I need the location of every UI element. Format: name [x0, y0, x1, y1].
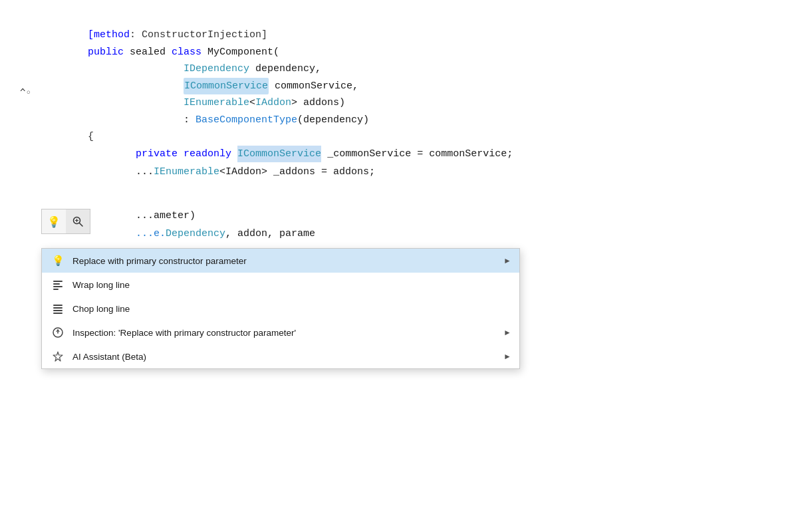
svg-rect-5	[53, 283, 60, 285]
type-iaddon: IAddon	[255, 94, 291, 112]
lightbulb-icon: 💡	[50, 253, 66, 269]
svg-rect-4	[53, 281, 63, 282]
type-icommonservice-highlighted: ICommonService	[184, 78, 269, 95]
svg-rect-8	[53, 305, 63, 306]
code-line-5: IEnumerable<IAddon> addons)	[40, 94, 798, 112]
caret-indicator: ^◦	[20, 85, 31, 101]
code-line-2: public sealed class MyComponent(	[40, 44, 798, 61]
code-line-8: private readonly ICommonService _commonS…	[40, 146, 798, 163]
kw-method: method	[94, 27, 130, 44]
menu-item-replace[interactable]: 💡 Replace with primary constructor param…	[42, 249, 519, 273]
type-ienumerable: IEnumerable	[184, 94, 249, 112]
dots2: ...	[136, 207, 154, 225]
svg-rect-11	[53, 313, 63, 314]
meter: ameter)	[154, 207, 196, 225]
menu-item-inspection[interactable]: Inspection: 'Replace with primary constr…	[42, 321, 519, 344]
param-dependency: dependency,	[249, 61, 321, 78]
lightbulb-toolbar: 💡	[41, 209, 90, 234]
quick-fix-dropdown: 💡 Replace with primary constructor param…	[41, 248, 520, 369]
param-commonservice: commonService,	[269, 78, 358, 95]
kw-class: class	[172, 44, 201, 61]
search-context-button[interactable]	[66, 209, 90, 233]
menu-item-ai[interactable]: AI Assistant (Beta) ►	[42, 344, 519, 368]
dep-type: Dependency	[166, 225, 225, 243]
code-line-9: ...IEnumerable<IAddon> _addons = addons;	[40, 164, 798, 181]
kw-public: public	[88, 44, 124, 61]
chop-icon	[50, 301, 66, 317]
arrow-icon-4: ►	[503, 328, 511, 337]
bracket-open: [	[88, 27, 94, 44]
addons-close: > addons)	[291, 94, 345, 112]
code-line-3: IDependency dependency,	[40, 61, 798, 78]
kw-readonly: readonly	[184, 146, 231, 163]
code-line-11: ...e.Dependency, addon, parame	[40, 225, 798, 243]
menu-item-wrap-label: Wrap long line	[72, 280, 130, 290]
svg-line-1	[80, 223, 83, 227]
dots1: ...	[136, 164, 154, 181]
svg-rect-10	[53, 310, 63, 311]
arrow-icon-5: ►	[503, 352, 511, 361]
class-name: MyComponent(	[201, 44, 279, 61]
menu-item-ai-label: AI Assistant (Beta)	[72, 352, 146, 362]
svg-rect-6	[53, 286, 63, 287]
code-line-4: ICommonService commonService,	[40, 78, 798, 95]
wrap-icon	[50, 277, 66, 293]
menu-item-chop-label: Chop long line	[72, 304, 130, 314]
type-icommonservice-selected: ICommonService	[237, 146, 321, 163]
ai-icon	[50, 348, 66, 364]
arrow-icon-1: ►	[503, 256, 511, 265]
colon-ci: : ConstructorInjection]	[130, 27, 267, 44]
svg-rect-7	[53, 289, 59, 290]
comma1: , addon, parame	[225, 225, 315, 243]
kw-sealed: sealed	[130, 44, 166, 61]
code-line-6: : BaseComponentType(dependency)	[40, 112, 798, 129]
kw-private: private	[136, 146, 178, 163]
type-idependency: IDependency	[184, 61, 249, 78]
open-brace: {	[88, 128, 94, 146]
menu-item-chop[interactable]: Chop long line	[42, 297, 519, 321]
code-line-7: {	[40, 128, 798, 146]
partial-dep: ...e.	[136, 225, 166, 243]
menu-item-replace-label: Replace with primary constructor paramet…	[72, 256, 247, 266]
svg-rect-9	[53, 307, 63, 309]
inspection-icon	[50, 325, 66, 340]
lightbulb-button[interactable]: 💡	[42, 209, 66, 233]
base-args: (dependency)	[297, 112, 369, 129]
type-ienumerable2: IEnumerable	[154, 164, 219, 181]
colon: :	[184, 112, 196, 129]
field-commonservice: _commonService = commonService;	[321, 146, 513, 163]
menu-item-wrap[interactable]: Wrap long line	[42, 273, 519, 297]
angle-open: <	[249, 94, 255, 112]
base-type: BaseComponentType	[196, 112, 297, 129]
code-line-10: ...ameter)	[40, 207, 798, 225]
code-line-1: [method: ConstructorInjection]	[40, 27, 798, 44]
field-addons: <IAddon> _addons = addons;	[219, 164, 375, 181]
menu-item-inspection-label: Inspection: 'Replace with primary constr…	[72, 328, 296, 338]
